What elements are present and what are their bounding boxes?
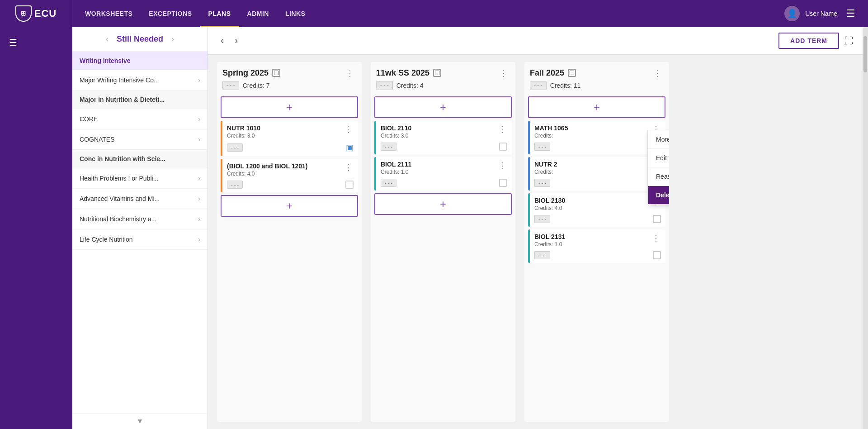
sidebar-item-advanced-vitamins[interactable]: Advanced Vitamins and Mi... ›: [72, 189, 208, 209]
term-body-fall2025: + MATH 1065 Credits: ⋮ - - -: [524, 93, 669, 422]
main-layout: ☰ ‹ Still Needed › Writing Intensive Maj…: [0, 27, 868, 429]
course-card-header: BIOL 2111 Credits: 1.0 ⋮: [381, 161, 507, 175]
dropdown-delete-req[interactable]: Delete this requirement: [648, 186, 669, 204]
sidebar-item-major-writing[interactable]: Major Writing Intensive Co... ›: [72, 70, 208, 91]
course-doc-icon[interactable]: ▣: [346, 143, 354, 153]
still-needed-next-btn[interactable]: ›: [169, 33, 177, 45]
term-credits-row-ss2025: - - - Credits: 4: [376, 81, 510, 90]
nav-right: 👤 User Name ☰: [784, 4, 868, 23]
course-dots-biol2110[interactable]: ⋮: [497, 124, 507, 134]
term-title-ss2025: 11wk SS 2025: [376, 68, 429, 78]
course-name: BIOL 2130: [534, 197, 565, 204]
sidebar-item-cognates[interactable]: COGNATES ›: [72, 129, 208, 150]
sidebar-item-core[interactable]: CORE ›: [72, 109, 208, 129]
scrollbar-thumb[interactable]: [863, 36, 867, 72]
chevron-icon: ›: [198, 175, 200, 182]
term-column-spring2025: Spring 2025 □ ⋮ - - - Credits: 7 +: [217, 62, 362, 422]
expand-icon[interactable]: ⛶: [844, 36, 854, 46]
term-lock-icon[interactable]: □: [272, 69, 280, 77]
term-column-ss2025: 11wk SS 2025 □ ⋮ - - - Credits: 4 +: [371, 62, 515, 422]
chevron-icon: ›: [198, 115, 200, 123]
add-course-btn-fall2025-top[interactable]: +: [528, 96, 665, 118]
term-credits-fall2025: Credits: 11: [550, 82, 581, 89]
chevron-icon: ›: [198, 236, 200, 243]
term-lock-icon[interactable]: □: [433, 69, 441, 77]
still-needed-header: ‹ Still Needed ›: [72, 27, 208, 52]
add-course-btn-spring2025-bottom[interactable]: +: [221, 195, 358, 217]
course-card-header: MATH 1065 Credits: ⋮: [534, 124, 661, 139]
chevron-icon: ›: [198, 136, 200, 143]
dropdown-reassign-req[interactable]: Reassign this requirement: [648, 167, 669, 186]
term-dots-ss2025[interactable]: ⋮: [497, 67, 510, 79]
add-course-btn-ss2025-bottom[interactable]: +: [374, 193, 512, 215]
nav-links-item[interactable]: LINKS: [277, 0, 314, 27]
hamburger-menu-icon[interactable]: ☰: [843, 4, 859, 23]
course-dots-biol2131[interactable]: ⋮: [651, 233, 661, 243]
toolbar-right: ADD TERM ⛶: [778, 33, 854, 49]
course-credits: Credits: 3.0: [227, 133, 260, 139]
sidebar-menu-icon[interactable]: ☰: [5, 33, 21, 52]
term-lock-icon[interactable]: □: [568, 69, 576, 77]
course-checkbox-biol1200[interactable]: [345, 181, 354, 189]
dropdown-more-info[interactable]: More information: [648, 130, 669, 149]
add-term-button[interactable]: ADD TERM: [778, 33, 839, 49]
nav-admin[interactable]: ADMIN: [239, 0, 277, 27]
nav-worksheets[interactable]: WORKSHEETS: [77, 0, 141, 27]
course-card-biol2110: BIOL 2110 Credits: 3.0 ⋮ - - -: [374, 121, 512, 154]
term-next-btn[interactable]: ›: [231, 33, 241, 48]
sidebar-item-major-nutrition[interactable]: Major in Nutrition & Dieteti...: [72, 91, 208, 109]
sidebar-scroll-area: ▼: [72, 413, 208, 429]
course-credits: Credits: 4.0: [227, 171, 307, 177]
course-credits: Credits: 3.0: [381, 133, 411, 139]
sidebar-item-conc-nutrition[interactable]: Conc in Nutrition with Scie...: [72, 150, 208, 168]
term-header-top: Spring 2025 □ ⋮: [222, 67, 356, 79]
course-dots-biol1200[interactable]: ⋮: [344, 162, 354, 172]
sidebar-item-life-cycle[interactable]: Life Cycle Nutrition ›: [72, 229, 208, 250]
sidebar-scroll-down-btn[interactable]: ▼: [129, 415, 151, 427]
course-name: NUTR 1010: [227, 124, 260, 132]
course-checkbox-biol2131[interactable]: [653, 251, 661, 259]
still-needed-prev-btn[interactable]: ‹: [103, 33, 111, 45]
course-status-biol2131: - - -: [534, 251, 550, 259]
term-prev-btn[interactable]: ‹: [217, 33, 227, 48]
course-name: MATH 1065: [534, 124, 568, 132]
course-info: NUTR 2 Credits:: [534, 161, 557, 175]
term-dots-fall2025[interactable]: ⋮: [651, 67, 664, 79]
right-scrollbar[interactable]: [863, 27, 868, 429]
dropdown-edit-req[interactable]: Edit this requirement: [648, 149, 669, 167]
term-header-top: 11wk SS 2025 □ ⋮: [376, 67, 510, 79]
nav-plans[interactable]: PLANS: [200, 0, 239, 27]
term-gpa-ss2025: - - -: [376, 81, 393, 90]
course-card-header: (BIOL 1200 and BIOL 1201) Credits: 4.0 ⋮: [227, 162, 354, 177]
course-checkbox-biol2110[interactable]: [499, 143, 507, 151]
still-needed-title: Still Needed: [117, 34, 163, 44]
course-card-footer: - - -: [534, 179, 661, 187]
columns-area: Spring 2025 □ ⋮ - - - Credits: 7 +: [208, 55, 863, 429]
course-dots-nutr1010[interactable]: ⋮: [344, 124, 354, 134]
course-status-biol2111: - - -: [381, 179, 396, 187]
add-course-btn-spring2025-top[interactable]: +: [221, 96, 358, 118]
course-info: (BIOL 1200 and BIOL 1201) Credits: 4.0: [227, 162, 307, 177]
sidebar-item-writing-intensive[interactable]: Writing Intensive: [72, 52, 208, 70]
course-status-nutr2xxx: - - -: [534, 179, 550, 187]
left-panel: ‹ Still Needed › Writing Intensive Major…: [72, 27, 208, 429]
term-title-spring2025: Spring 2025: [222, 68, 269, 78]
course-status-math1065: - - -: [534, 143, 550, 151]
course-name: NUTR 2: [534, 161, 557, 168]
course-dropdown-menu: More information Edit this requirement R…: [647, 130, 669, 205]
add-course-btn-ss2025-top[interactable]: +: [374, 96, 512, 118]
term-dots-spring2025[interactable]: ⋮: [344, 67, 356, 79]
course-info: BIOL 2130 Credits: 4.0: [534, 197, 565, 211]
course-credits: Credits: 1.0: [381, 169, 411, 175]
user-avatar-icon[interactable]: 👤: [784, 6, 800, 21]
term-title-area: Fall 2025 □: [530, 68, 576, 78]
course-name: (BIOL 1200 and BIOL 1201): [227, 162, 307, 170]
course-checkbox-biol2111[interactable]: [499, 179, 507, 187]
sidebar-item-health-problems[interactable]: Health Problems I or Publi... ›: [72, 168, 208, 189]
top-nav: ⛨ ECU WORKSHEETS EXCEPTIONS PLANS ADMIN …: [0, 0, 868, 27]
nav-exceptions[interactable]: EXCEPTIONS: [141, 0, 200, 27]
course-info: BIOL 2111 Credits: 1.0: [381, 161, 411, 175]
sidebar-item-nutritional-biochem[interactable]: Nutritional Biochemistry a... ›: [72, 209, 208, 229]
course-checkbox-biol2130[interactable]: [653, 215, 661, 223]
course-dots-biol2111[interactable]: ⋮: [497, 161, 507, 171]
